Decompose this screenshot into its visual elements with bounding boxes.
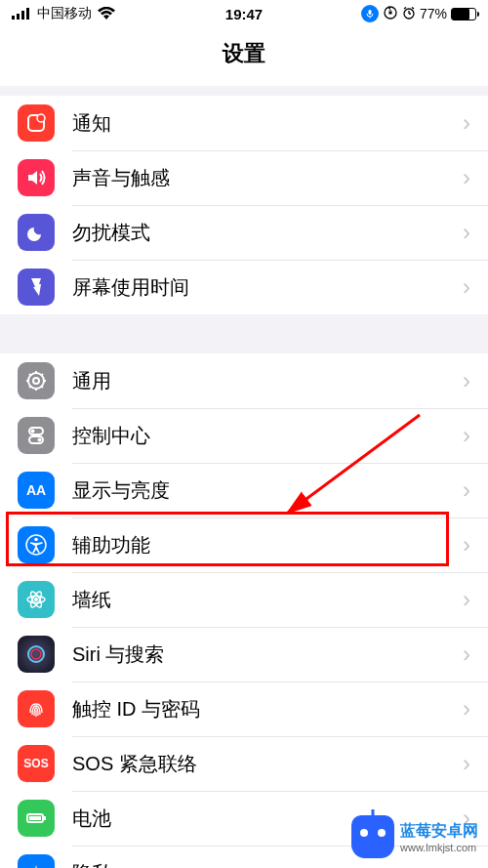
row-siri[interactable]: Siri 与搜索 › <box>0 627 488 682</box>
svg-text:AA: AA <box>26 482 46 498</box>
row-label: 隐私 <box>72 860 463 869</box>
row-label: 墙纸 <box>72 587 463 613</box>
chevron-right-icon: › <box>463 531 470 558</box>
wallpaper-icon <box>18 581 55 618</box>
row-label: 勿扰模式 <box>72 220 463 246</box>
general-icon <box>18 362 55 399</box>
svg-line-21 <box>29 374 31 376</box>
svg-rect-4 <box>368 10 371 15</box>
privacy-icon <box>18 854 55 868</box>
row-label: 显示与亮度 <box>72 477 463 504</box>
svg-point-16 <box>33 378 39 384</box>
status-right: 77% <box>361 5 476 23</box>
chevron-right-icon: › <box>463 219 470 246</box>
watermark-brand: 蓝莓安卓网 <box>400 822 478 839</box>
orientation-lock-icon <box>383 5 398 23</box>
battery-settings-icon <box>18 800 55 837</box>
chevron-right-icon: › <box>463 641 470 668</box>
chevron-right-icon: › <box>463 859 470 868</box>
accessibility-icon <box>18 526 55 563</box>
chevron-right-icon: › <box>463 750 470 777</box>
row-display[interactable]: AA 显示与亮度 › <box>0 463 488 517</box>
svg-point-26 <box>31 430 35 434</box>
status-time: 19:47 <box>225 6 263 22</box>
row-wallpaper[interactable]: 墙纸 › <box>0 572 488 627</box>
display-icon: AA <box>18 472 55 509</box>
settings-section-0: 通知 › 声音与触感 › 勿扰模式 › 屏幕使用时间 › <box>0 96 488 314</box>
svg-line-12 <box>412 7 414 9</box>
watermark-robot-icon <box>351 815 394 858</box>
svg-rect-7 <box>388 12 391 15</box>
svg-rect-1 <box>17 14 20 20</box>
status-bar: 中国移动 19:47 77% <box>0 0 488 27</box>
battery-percentage: 77% <box>420 6 447 21</box>
row-label: SOS 紧急联络 <box>72 751 463 777</box>
chevron-right-icon: › <box>463 109 470 137</box>
chevron-right-icon: › <box>463 273 470 301</box>
dnd-icon <box>18 214 55 251</box>
signal-icon <box>12 6 31 22</box>
touchid-icon <box>18 690 55 727</box>
svg-line-22 <box>41 386 43 388</box>
carrier-label: 中国移动 <box>37 5 92 22</box>
watermark: 蓝莓安卓网 www.lmkjst.com <box>351 815 478 858</box>
row-label: 控制中心 <box>72 423 463 449</box>
svg-line-11 <box>404 7 406 9</box>
svg-rect-41 <box>44 816 46 820</box>
svg-point-28 <box>38 438 42 442</box>
watermark-url: www.lmkjst.com <box>400 842 478 853</box>
controlcenter-icon <box>18 417 55 454</box>
chevron-right-icon: › <box>463 586 470 613</box>
row-screentime[interactable]: 屏幕使用时间 › <box>0 260 488 314</box>
row-notifications[interactable]: 通知 › <box>0 96 488 150</box>
chevron-right-icon: › <box>463 695 470 723</box>
svg-point-32 <box>34 598 38 601</box>
row-dnd[interactable]: 勿扰模式 › <box>0 205 488 260</box>
battery-icon <box>451 8 476 21</box>
sos-icon: SOS <box>18 745 55 782</box>
status-left: 中国移动 <box>12 5 115 22</box>
row-sos[interactable]: SOS SOS 紧急联络 › <box>0 736 488 791</box>
svg-point-14 <box>37 114 45 122</box>
wifi-icon <box>98 6 115 22</box>
screentime-icon <box>18 269 55 306</box>
mic-status-icon <box>361 5 379 22</box>
notifications-icon <box>18 104 55 142</box>
row-general[interactable]: 通用 › <box>0 353 488 408</box>
row-label: 辅助功能 <box>72 532 463 558</box>
page-title: 设置 <box>0 27 488 86</box>
section-gap <box>0 86 488 96</box>
settings-section-1: 通用 › 控制中心 › AA 显示与亮度 › 辅助功能 › 墙纸 › Siri … <box>0 353 488 868</box>
alarm-icon <box>402 6 416 22</box>
row-label: Siri 与搜索 <box>72 641 463 668</box>
row-label: 通用 <box>72 368 463 394</box>
siri-icon <box>18 636 55 673</box>
chevron-right-icon: › <box>463 367 470 394</box>
svg-rect-2 <box>21 11 24 20</box>
chevron-right-icon: › <box>463 476 470 504</box>
svg-point-31 <box>34 538 38 542</box>
sounds-icon <box>18 159 55 196</box>
row-touchid[interactable]: 触控 ID 与密码 › <box>0 682 488 736</box>
svg-rect-3 <box>26 8 29 20</box>
section-gap <box>0 314 488 353</box>
row-controlcenter[interactable]: 控制中心 › <box>0 408 488 463</box>
row-sounds[interactable]: 声音与触感 › <box>0 150 488 205</box>
svg-point-37 <box>31 649 41 659</box>
row-label: 通知 <box>72 110 463 137</box>
row-label: 声音与触感 <box>72 165 463 191</box>
svg-line-24 <box>41 374 43 376</box>
row-label: 屏幕使用时间 <box>72 274 463 301</box>
row-accessibility[interactable]: 辅助功能 › <box>0 517 488 572</box>
svg-line-23 <box>29 386 31 388</box>
chevron-right-icon: › <box>463 422 470 449</box>
row-label: 触控 ID 与密码 <box>72 696 463 723</box>
svg-rect-0 <box>12 16 15 20</box>
svg-text:SOS: SOS <box>23 757 48 770</box>
chevron-right-icon: › <box>463 164 470 191</box>
svg-rect-40 <box>29 816 41 820</box>
